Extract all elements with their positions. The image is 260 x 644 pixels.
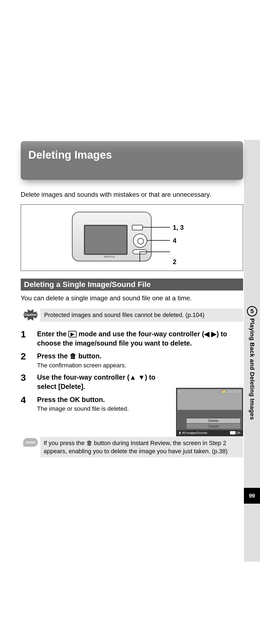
arrows-left-right-icon: ◀ ▶ [204,330,216,338]
chapter-title-vertical: Playing Back and Deleting Images [244,318,260,460]
caution-note: Caution Protected images and sound files… [21,309,243,322]
step-4-num: 4 [21,395,37,413]
content-area: Deleting Images Delete images and sounds… [21,0,243,457]
step-1-t1: Enter the [37,330,68,338]
memo-t1: If you press the [44,440,86,446]
step-2-ta: Press the [37,352,70,360]
lcd-ok-box: OK [230,431,236,434]
section-title: Deleting Images [28,149,235,161]
chapter-badge: 5 [247,306,257,316]
leader-line-3 [140,252,170,252]
caution-text: Protected images and sound files cannot … [40,309,243,322]
lcd-bar-left-text: All Images/Sounds [182,431,207,434]
step-1-t2: mode and use the four-way controller ( [77,330,204,338]
arrows-up-down-icon: ▲ ▼ [129,373,145,381]
camera-figure-box: PENTAX 1, 3 4 2 [21,204,243,271]
step-2-title: Press the 🗑 button. [37,352,243,361]
step-1: 1 Enter the ▶ mode and use the four-way … [21,329,243,348]
lcd-option-cancel: Cancel [186,424,241,429]
lcd-bottom-bar: 🗑 All Images/Sounds OK OK [177,430,242,436]
chapter-title-text: Playing Back and Deleting Images [249,318,256,420]
step-1-body: Enter the ▶ mode and use the four-way co… [37,329,243,348]
playback-mode-icon: ▶ [68,331,77,337]
step-2-body: Press the 🗑 button. The confirmation scr… [37,352,243,369]
step-2-sub: The confirmation screen appears. [37,362,243,369]
step-4-ta: Press the [37,396,70,403]
camera-lcd [84,225,128,255]
caution-icon-wrap: Caution [21,309,40,322]
callout-3: 2 [173,258,176,266]
subsection-heading: Deleting a Single Image/Sound File [21,279,243,291]
trash-icon: 🗑 [86,440,92,446]
section-title-block: Deleting Images [21,141,243,180]
callout-1: 1, 3 [173,224,184,231]
lcd-folder-num: 100-0038 [227,390,241,394]
memo-note: memo If you press the 🗑 button during In… [21,437,243,457]
camera-dpad [133,234,147,248]
step-4-tb: button. [80,396,105,403]
lcd-bar-right: OK OK [230,431,241,434]
lcd-bar-left: 🗑 All Images/Sounds [179,431,207,434]
step-4-title: Press the OK button. [37,395,172,404]
step-3-ta: Use the four-way controller ( [37,373,129,381]
callout-2: 4 [173,237,176,244]
subsection-intro: You can delete a single image and sound … [21,294,243,303]
steps-list: 1 Enter the ▶ mode and use the four-way … [21,329,243,413]
lcd-ok-text: OK [236,431,241,434]
ok-button-glyph: OK [70,395,80,404]
lcd-screenshot: 🗑 📁 100-0038 Delete Cancel 🗑 All Images/… [176,388,243,436]
camera-illustration: PENTAX 1, 3 4 2 [72,212,192,264]
caution-icon: Caution [23,309,38,321]
memo-text: If you press the 🗑 button during Instant… [40,437,243,457]
step-2: 2 Press the 🗑 button. The confirmation s… [21,352,243,369]
lcd-folder-label: 📁 100-0038 [222,390,241,394]
step-1-num: 1 [21,329,37,348]
lcd-trash-icon: 🗑 [178,390,183,395]
step-3-num: 3 [21,373,37,391]
intro-text: Delete images and sounds with mistakes o… [21,191,243,198]
step-1-title: Enter the ▶ mode and use the four-way co… [37,329,243,348]
lcd-option-delete: Delete [186,418,241,424]
page-number: 99 [244,488,260,504]
leader-line-2 [147,240,170,241]
camera-brand-label: PENTAX [104,255,115,258]
step-4-sub: The image or sound file is deleted. [37,405,172,412]
memo-icon-wrap: memo [21,437,40,457]
camera-play-button [132,225,143,230]
leader-line-1 [143,227,170,228]
memo-icon: memo [23,438,38,447]
step-2-tb: button. [77,352,102,360]
lcd-menu: Delete Cancel [186,418,241,429]
step-3-title: Use the four-way controller (▲ ▼) to sel… [37,373,172,391]
step-2-num: 2 [21,352,37,369]
trash-icon: 🗑 [70,352,77,360]
leader-line-3v [140,252,140,262]
page: 5 Playing Back and Deleting Images 99 De… [0,0,260,644]
